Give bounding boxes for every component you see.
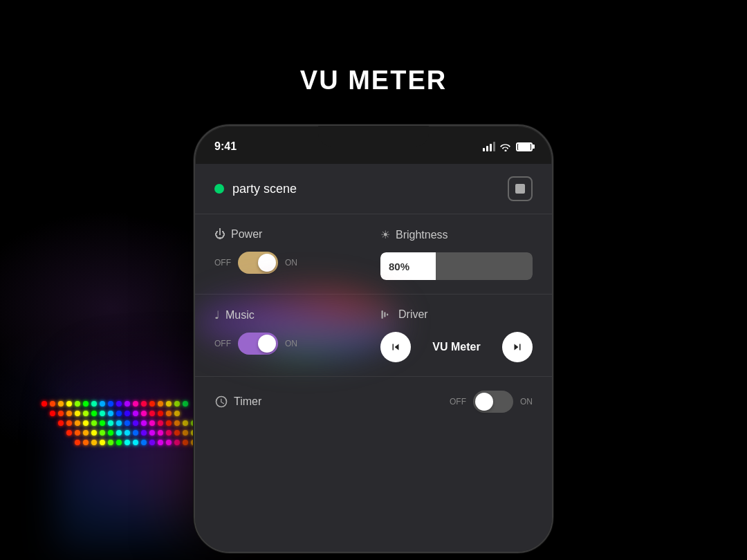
led-dot (108, 411, 113, 416)
brightness-track (436, 252, 533, 280)
led-dot (124, 430, 130, 436)
led-dot (83, 440, 89, 445)
led-dot (66, 411, 72, 416)
music-driver-columns: ♩ Music OFF ON (214, 308, 533, 362)
led-dot (133, 401, 138, 407)
led-dot (91, 420, 97, 426)
led-dot (116, 440, 122, 445)
svg-rect-1 (384, 312, 385, 317)
led-dot (133, 411, 138, 416)
power-toggle[interactable] (238, 252, 278, 274)
led-dot (141, 440, 147, 445)
music-toggle-row: OFF ON (214, 333, 367, 355)
phone-mockup: 9:41 party scene (194, 124, 553, 553)
music-label: ♩ Music (214, 308, 367, 321)
music-driver-section: ♩ Music OFF ON (195, 295, 552, 377)
brightness-control: ☀ Brightness 80% (380, 228, 533, 280)
power-on-label: ON (285, 258, 297, 268)
led-dot (166, 440, 172, 445)
music-icon: ♩ (214, 308, 220, 321)
led-dot (149, 420, 155, 426)
led-dot (174, 420, 180, 426)
led-dot (100, 420, 105, 426)
power-toggle-knob (258, 254, 276, 272)
led-dot (166, 420, 172, 426)
led-dot (174, 401, 180, 407)
led-dot (66, 430, 72, 436)
power-brightness-section: ⏻ Power OFF ON ☀ Brightness (195, 214, 552, 295)
led-dot (91, 401, 97, 407)
led-dot (183, 420, 188, 426)
music-toggle[interactable] (238, 333, 278, 355)
led-dot (91, 411, 97, 416)
led-dot (75, 401, 80, 407)
wifi-icon (499, 142, 512, 151)
led-dot (141, 401, 147, 407)
scene-header: party scene (195, 164, 552, 214)
brightness-slider[interactable]: 80% (380, 252, 533, 280)
timer-label: Timer (214, 395, 261, 409)
led-dot (183, 430, 188, 436)
led-dot (158, 420, 163, 426)
driver-icon (380, 308, 393, 321)
driver-control: Driver VU Meter (380, 308, 533, 362)
led-dot (174, 430, 180, 436)
power-off-label: OFF (214, 258, 231, 268)
led-dot (50, 401, 55, 407)
timer-off-label: OFF (450, 397, 466, 407)
timer-toggle[interactable] (473, 391, 513, 413)
power-control: ⏻ Power OFF ON (214, 228, 367, 274)
led-dot (116, 430, 122, 436)
led-dot (124, 411, 130, 416)
led-dot (116, 401, 122, 407)
led-dot (91, 430, 97, 436)
led-dot (133, 440, 138, 445)
brightness-value: 80% (380, 252, 436, 280)
music-off-label: OFF (214, 339, 231, 348)
led-dot (149, 440, 155, 445)
led-dot (174, 411, 180, 416)
led-dot (100, 440, 105, 445)
driver-controls: VU Meter (380, 332, 533, 362)
led-dot (158, 440, 163, 445)
led-dot (58, 420, 64, 426)
svg-rect-0 (382, 310, 383, 319)
led-dot (100, 411, 105, 416)
brightness-label: ☀ Brightness (380, 228, 533, 241)
led-dot (100, 430, 105, 436)
led-dot (158, 430, 163, 436)
led-dot (83, 401, 89, 407)
led-dot (166, 430, 172, 436)
power-brightness-row: ⏻ Power OFF ON ☀ Brightness (214, 228, 533, 280)
led-dot (83, 420, 89, 426)
scene-status: party scene (214, 182, 297, 196)
driver-current-name: VU Meter (432, 341, 480, 353)
led-dot (141, 430, 147, 436)
power-icon: ⏻ (214, 228, 225, 241)
led-dot (149, 401, 155, 407)
led-dot (158, 411, 163, 416)
led-dot (116, 411, 122, 416)
led-dot (183, 401, 188, 407)
led-dot (91, 440, 97, 445)
led-dot (66, 420, 72, 426)
led-dot (166, 411, 172, 416)
led-dot (50, 411, 55, 416)
led-dot (124, 440, 130, 445)
led-dot (141, 411, 147, 416)
led-dot (116, 420, 122, 426)
led-dot (108, 420, 113, 426)
driver-label: Driver (380, 308, 533, 321)
driver-prev-button[interactable] (380, 332, 411, 362)
status-icons (483, 142, 533, 151)
led-dot (108, 440, 113, 445)
led-dot (149, 411, 155, 416)
stop-square-icon (515, 184, 525, 194)
driver-next-button[interactable] (502, 332, 533, 362)
page-title: VU METER (300, 66, 447, 95)
music-toggle-knob (258, 335, 276, 353)
scene-stop-button[interactable] (508, 176, 533, 201)
led-dot (108, 401, 113, 407)
timer-toggle-knob (475, 393, 493, 411)
led-dot (66, 401, 72, 407)
